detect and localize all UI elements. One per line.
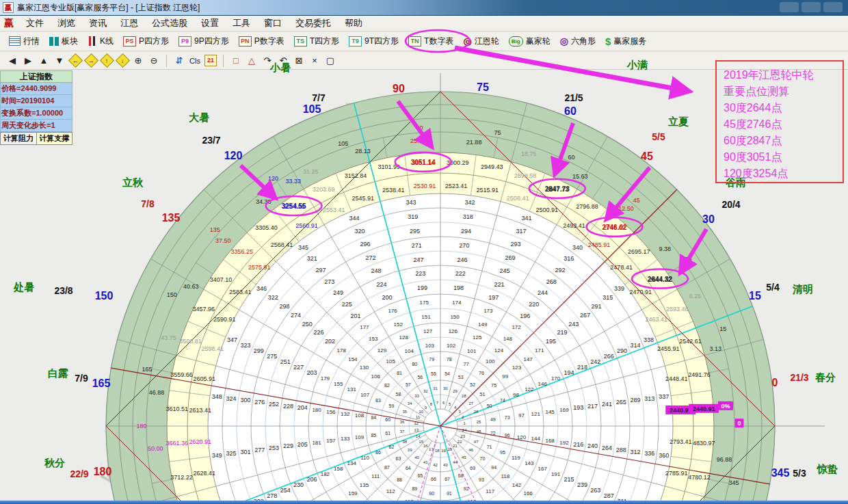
svg-text:318: 318 — [463, 213, 473, 220]
menu-item-0[interactable]: 文件 — [19, 17, 51, 29]
svg-text:92: 92 — [464, 486, 469, 491]
panel-row-2: 变换系数=1.00000 — [0, 107, 72, 120]
toolbar-button-winner-service[interactable]: $赢家服务 — [600, 34, 651, 49]
svg-text:2440.91: 2440.91 — [693, 406, 715, 412]
svg-text:3203.69: 3203.69 — [313, 186, 335, 193]
menu-item-6[interactable]: 工具 — [226, 17, 257, 29]
svg-text:37: 37 — [400, 429, 405, 434]
svg-text:145: 145 — [545, 409, 555, 415]
draw-tool-page-prev[interactable]: ◀ — [5, 54, 19, 68]
draw-tool-calendar[interactable]: 21 — [204, 54, 217, 68]
menu-item-3[interactable]: 江恩 — [114, 17, 145, 29]
svg-text:20: 20 — [447, 447, 452, 451]
svg-text:3.13: 3.13 — [710, 345, 722, 352]
draw-tool-pan-down[interactable]: ↓ — [116, 54, 129, 68]
svg-text:2491.76: 2491.76 — [688, 371, 711, 378]
draw-tool-scale-up[interactable]: ▲ — [37, 54, 51, 68]
toolbar-button-sectors[interactable]: 板块 — [44, 34, 83, 49]
menu-item-4[interactable]: 公式选股 — [145, 17, 194, 29]
svg-text:97: 97 — [518, 412, 525, 419]
annotation-line-3: 45度2746点 — [724, 116, 843, 133]
svg-text:271: 271 — [412, 242, 422, 249]
draw-tool-rotate-cw[interactable]: ↷ — [261, 54, 274, 68]
draw-tool-select-tool[interactable]: ▢ — [323, 54, 337, 68]
svg-text:33: 33 — [414, 394, 419, 398]
svg-text:35: 35 — [402, 410, 407, 414]
draw-tool-pan-left[interactable]: ← — [68, 54, 82, 68]
svg-text:148: 148 — [503, 336, 513, 342]
svg-text:297: 297 — [315, 267, 326, 274]
draw-tool-zoom-in[interactable]: ⊕ — [131, 54, 145, 68]
taskbar[interactable] — [0, 501, 848, 504]
draw-tool-cls[interactable]: Cls — [188, 54, 202, 68]
toolbar-button-p-square[interactable]: PSP四方形 — [118, 34, 174, 49]
grid-icon — [9, 36, 21, 46]
draw-tool-scale-down[interactable]: ▼ — [53, 54, 66, 68]
svg-text:345: 345 — [728, 479, 739, 486]
toolbar-button-p-number-table[interactable]: PNP数字表 — [234, 34, 289, 49]
svg-text:249: 249 — [333, 289, 343, 296]
svg-text:106: 106 — [371, 373, 381, 380]
menu-item-7[interactable]: 窗口 — [257, 17, 289, 29]
svg-text:322: 322 — [268, 294, 278, 301]
toolbar-button-winner-wheel[interactable]: Big赢家轮 — [504, 34, 555, 49]
window-buttons[interactable] — [780, 2, 843, 12]
toolbar-button-9p-square[interactable]: P99P四方形 — [174, 34, 234, 49]
toolbar-button-quotes[interactable]: 行情 — [4, 34, 44, 49]
draw-tool-rect-tool[interactable]: □ — [229, 54, 243, 68]
svg-text:56: 56 — [417, 375, 423, 380]
draw-tool-t-updown[interactable]: ⇵ — [172, 54, 186, 68]
svg-text:42: 42 — [433, 463, 438, 467]
panel-button-1[interactable]: 计算支撑 — [37, 132, 73, 145]
toolbar-button-9t-square[interactable]: T99T四方形 — [344, 34, 403, 49]
toolbar-button-hexagon[interactable]: ◎六角形 — [555, 34, 600, 49]
toolbar-button-kline[interactable]: K线 — [83, 34, 118, 49]
toolbar-label-winner-wheel: 赢家轮 — [526, 36, 551, 47]
menu-item-2[interactable]: 资讯 — [82, 17, 114, 29]
svg-text:323: 323 — [240, 342, 250, 349]
svg-text:39: 39 — [408, 448, 412, 452]
svg-text:244: 244 — [538, 289, 548, 296]
menu-item-9[interactable]: 帮助 — [338, 17, 369, 29]
draw-tool-page-next[interactable]: ▶ — [21, 54, 35, 68]
svg-text:98: 98 — [513, 392, 519, 398]
svg-text:3051.14: 3051.14 — [412, 159, 434, 166]
outer-degree-label-135: 135 — [162, 212, 181, 224]
big-icon: Big — [509, 36, 523, 47]
watermark-qq: QQ:100800366 — [253, 343, 377, 384]
draw-tool-zoom-out[interactable]: ⊖ — [147, 54, 161, 68]
svg-text:277: 277 — [254, 447, 265, 453]
draw-tool-pan-up[interactable]: ↑ — [100, 54, 114, 68]
draw-tool-cross-tool[interactable]: × — [308, 54, 321, 68]
menu-item-1[interactable]: 浏览 — [51, 17, 82, 29]
toolbar-button-gann-wheel[interactable]: ◎江恩轮 — [458, 34, 503, 49]
9p-square-icon: P9 — [178, 36, 191, 47]
circled-value-90: 3051.14 — [411, 159, 436, 166]
svg-text:105: 105 — [338, 140, 348, 147]
svg-text:45: 45 — [462, 455, 466, 460]
menu-item-8[interactable]: 交易委托 — [289, 17, 338, 29]
menu-item-5[interactable]: 设置 — [194, 17, 226, 29]
svg-text:177: 177 — [360, 324, 369, 330]
svg-text:181: 181 — [312, 440, 321, 446]
svg-text:3508.81: 3508.81 — [179, 338, 202, 345]
panel-button-0[interactable]: 计算阻力 — [0, 132, 37, 145]
toolbar-button-t-number-table[interactable]: TNT数字表 — [403, 34, 458, 49]
svg-text:2530.91: 2530.91 — [414, 183, 436, 189]
outer-degree-label-345: 345 — [771, 467, 790, 479]
svg-text:2553.41: 2553.41 — [323, 207, 345, 213]
draw-tool-rotate-ccw[interactable]: ↶ — [276, 54, 290, 68]
svg-text:275: 275 — [267, 353, 277, 360]
svg-text:2590.91: 2590.91 — [213, 316, 236, 323]
toolbar-button-t-square[interactable]: TST四方形 — [289, 34, 344, 49]
draw-tool-pan-right[interactable]: → — [84, 54, 98, 68]
panel-row-3: 周天变化步长=1 — [0, 120, 72, 132]
svg-text:111: 111 — [371, 473, 380, 479]
draw-tool-box-x-tool[interactable]: ⊠ — [292, 54, 306, 68]
svg-text:3356.25: 3356.25 — [231, 248, 254, 255]
draw-tool-triangle-tool[interactable]: △ — [245, 54, 259, 68]
svg-text:346: 346 — [256, 285, 267, 292]
svg-text:134: 134 — [347, 460, 357, 466]
svg-text:243: 243 — [568, 321, 579, 328]
svg-text:314: 314 — [631, 342, 641, 349]
